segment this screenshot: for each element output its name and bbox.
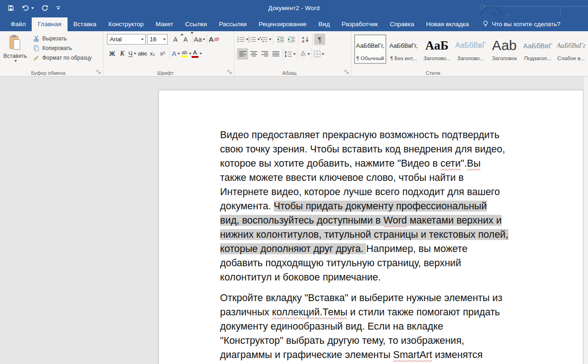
document-line[interactable]: "Конструктор" выбрать другую тему, то из… — [220, 334, 583, 348]
clipboard-dialog-launcher-icon[interactable] — [96, 69, 102, 75]
paste-button[interactable]: Вставить — [1, 33, 29, 69]
tab-references[interactable]: Ссылки — [179, 17, 213, 31]
align-left-button[interactable] — [237, 48, 248, 60]
paragraph-dialog-launcher-icon[interactable] — [344, 69, 350, 75]
misspelled-text: сети — [441, 158, 461, 169]
selected-text: которые дополняют друг друга. — [220, 243, 366, 254]
clear-formatting-button[interactable]: А — [209, 34, 219, 45]
text-highlight-button[interactable]: ab — [181, 48, 192, 59]
document-line[interactable]: различных коллекций.Темы и стили также п… — [220, 305, 583, 319]
align-right-icon — [261, 51, 268, 57]
show-paragraph-marks-button[interactable]: ¶ — [314, 34, 325, 45]
multilevel-list-button[interactable] — [260, 34, 271, 45]
document-line[interactable]: которые дополняют друг друга. Например, … — [220, 242, 583, 256]
tab-new-tab[interactable]: Новая вкладка — [420, 17, 475, 31]
tab-view[interactable]: Вид — [312, 17, 335, 31]
bullet-list-button[interactable] — [237, 34, 249, 45]
font-dialog-launcher-icon[interactable] — [227, 69, 232, 75]
document-line[interactable]: свою точку зрения. Чтобы вставить код вн… — [220, 142, 583, 157]
subscript-button[interactable]: х₂ — [147, 48, 158, 59]
style-card-1[interactable]: АаБбВвГг,¶ Без инт... — [388, 34, 420, 64]
increase-indent-button[interactable] — [286, 34, 297, 45]
style-card-4[interactable]: АаbЗаголовок — [488, 34, 520, 64]
format-painter-button[interactable]: Формат по образцу — [33, 55, 92, 61]
align-right-button[interactable] — [259, 48, 270, 60]
tabs: ФайлГлавнаяВставкаКонструкторМакетСсылки… — [5, 17, 475, 31]
bold-button[interactable]: Ж — [107, 48, 117, 59]
font-group-label: Шрифт — [103, 70, 227, 76]
document-line[interactable]: нижних колонтитулов, титульной страницы … — [220, 228, 583, 242]
style-card-3[interactable]: АаБбВвГЗаголово... — [454, 34, 487, 64]
paragraph-group: 123 АЯ ¶ — [234, 31, 351, 76]
shading-button[interactable] — [299, 48, 310, 60]
save-icon[interactable] — [7, 5, 14, 11]
tell-me-box[interactable]: Что вы хотите сделать? — [478, 17, 565, 31]
justify-button[interactable] — [270, 48, 281, 60]
grow-font-button[interactable]: А — [170, 34, 181, 45]
borders-button[interactable] — [313, 48, 324, 60]
text-segment: Например, вы можете — [366, 243, 467, 254]
tab-design[interactable]: Конструктор — [102, 17, 150, 31]
strikethrough-button[interactable]: abc — [137, 48, 147, 59]
style-card-2[interactable]: АаБЗаголово... — [421, 34, 453, 64]
text-segment: Интернете видео, которое лучше всего под… — [220, 186, 500, 197]
style-preview: АаБбВвГг, — [390, 35, 418, 56]
clipboard-group: Вставить Вырезать Копировать Формат по о… — [0, 31, 103, 76]
decrease-indent-button[interactable] — [275, 34, 286, 45]
document-line[interactable]: Интернете видео, которое лучше всего под… — [220, 185, 583, 199]
align-center-button[interactable] — [248, 48, 259, 60]
redo-icon[interactable] — [41, 5, 49, 11]
document-line[interactable]: диаграммы и графические элементы SmartAr… — [220, 348, 583, 362]
document-line[interactable]: добавить подходящую титульную страницу, … — [220, 256, 583, 270]
font-size-combobox[interactable]: 16 — [147, 34, 168, 45]
tab-insert[interactable]: Вставка — [68, 17, 102, 31]
document-line[interactable]: Откройте вкладку "Вставка" и выберите ну… — [220, 291, 583, 305]
style-card-6[interactable]: АаБбВвГгСлабое в... — [555, 34, 587, 64]
document-line[interactable]: Видео предоставляет прекрасную возможнос… — [220, 128, 583, 142]
shrink-font-button[interactable]: А — [181, 34, 191, 45]
tell-me-label: Что вы хотите сделать? — [492, 21, 560, 28]
copy-label: Копировать — [42, 45, 72, 51]
cut-label: Вырезать — [42, 35, 67, 42]
font-name-combobox[interactable]: Arial — [107, 34, 146, 45]
sort-button[interactable]: АЯ — [300, 34, 311, 45]
tab-home[interactable]: Главная — [32, 17, 67, 31]
font-color-button[interactable]: А — [192, 48, 202, 59]
document-line[interactable]: документу единообразный вид. Если на вкл… — [220, 319, 583, 334]
document-line[interactable]: также можете ввести ключевое слово, чтоб… — [220, 171, 583, 185]
copy-button[interactable]: Копировать — [33, 45, 92, 51]
style-card-0[interactable]: АаБбВвГг,¶ Обычный — [354, 34, 386, 64]
paste-dropdown-icon[interactable] — [14, 60, 17, 63]
text-segment: свою точку зрения. Чтобы вставить код вн… — [220, 144, 505, 155]
misspelled-text: Word — [384, 215, 407, 226]
style-card-5[interactable]: АаБбВвГПодзагол... — [522, 34, 554, 64]
tab-review[interactable]: Рецензирование — [253, 17, 312, 31]
ribbon: Вставить Вырезать Копировать Формат по о… — [0, 31, 588, 77]
undo-icon[interactable] — [22, 5, 34, 11]
highlight-color-swatch — [181, 56, 188, 57]
italic-button[interactable]: К — [117, 48, 127, 59]
text-effects-button[interactable]: А — [171, 48, 181, 59]
underline-button[interactable]: Ч — [127, 48, 137, 59]
cut-button[interactable]: Вырезать — [33, 35, 92, 42]
window-title: Документ2 - Word — [0, 5, 588, 11]
superscript-button[interactable]: х² — [158, 48, 168, 59]
text-segment: диаграммы и графические элементы — [220, 349, 393, 360]
document-line[interactable]: колонтитул и боковое примечание. — [220, 270, 583, 285]
tab-layout[interactable]: Макет — [150, 17, 179, 31]
customize-qat-icon[interactable] — [56, 5, 61, 11]
tab-help[interactable]: Справка — [384, 17, 420, 31]
vertical-scrollbar[interactable] — [583, 77, 588, 364]
tab-file[interactable]: Файл — [5, 17, 32, 31]
tab-mailings[interactable]: Рассылки — [213, 17, 253, 31]
styles-group: АаБбВвГг,¶ ОбычныйАаБбВвГг,¶ Без инт...А… — [351, 31, 588, 76]
document-line[interactable]: в соответствии с новой темой. При примен… — [220, 362, 583, 364]
document-line[interactable]: которое вы хотите добавить, нажмите "Вид… — [220, 157, 583, 171]
tab-developer[interactable]: Разработчик — [336, 17, 384, 31]
document-page[interactable]: Видео предоставляет прекрасную возможнос… — [158, 90, 583, 364]
document-line[interactable]: вид, воспользуйтесь доступными в Word ма… — [220, 213, 583, 228]
numbered-list-button[interactable]: 123 — [249, 34, 260, 45]
document-line[interactable]: документа. Чтобы придать документу профе… — [220, 199, 583, 213]
line-spacing-button[interactable] — [284, 48, 296, 60]
change-case-button[interactable]: Аа — [194, 34, 205, 45]
